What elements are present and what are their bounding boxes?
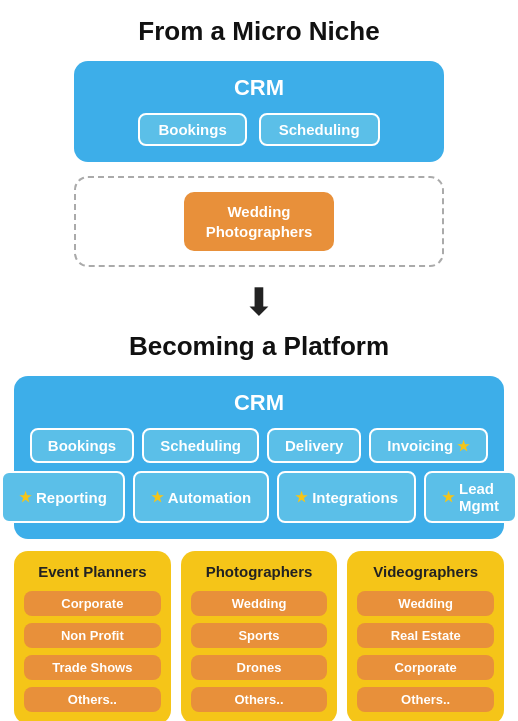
top-pills-row: Bookings Scheduling <box>138 113 379 146</box>
pill-reporting: ★ Reporting <box>1 471 125 523</box>
pill-bookings-top: Bookings <box>138 113 246 146</box>
event-tradeshows: Trade Shows <box>24 655 161 680</box>
reporting-star: ★ <box>19 489 32 505</box>
photo-sports: Sports <box>191 623 328 648</box>
video-realestate: Real Estate <box>357 623 494 648</box>
pill-scheduling-bottom: Scheduling <box>142 428 259 463</box>
pill-invoicing: Invoicing ★ <box>369 428 488 463</box>
event-nonprofit: Non Profit <box>24 623 161 648</box>
pill-bookings-bottom: Bookings <box>30 428 134 463</box>
niches-row: Event Planners Corporate Non Profit Trad… <box>14 551 504 721</box>
bottom-pills-grid: Bookings Scheduling Delivery Invoicing ★… <box>32 428 486 523</box>
pill-delivery: Delivery <box>267 428 361 463</box>
photographers-title: Photographers <box>206 563 313 580</box>
photo-drones: Drones <box>191 655 328 680</box>
video-wedding: Wedding <box>357 591 494 616</box>
event-others: Others.. <box>24 687 161 712</box>
top-title: From a Micro Niche <box>138 16 379 47</box>
arrow-down-icon: ⬇ <box>243 283 275 321</box>
pill-scheduling-top: Scheduling <box>259 113 380 146</box>
top-crm-label: CRM <box>234 75 284 101</box>
pill-leadmgmt: ★ Lead Mgmt <box>424 471 517 523</box>
photo-others: Others.. <box>191 687 328 712</box>
leadmgmt-star: ★ <box>442 489 455 505</box>
bottom-title: Becoming a Platform <box>129 331 389 362</box>
videographers-title: Videographers <box>373 563 478 580</box>
integrations-star: ★ <box>295 489 308 505</box>
niche-card-event-planners: Event Planners Corporate Non Profit Trad… <box>14 551 171 721</box>
wedding-photographers-pill: WeddingPhotographers <box>184 192 335 251</box>
pill-automation: ★ Automation <box>133 471 269 523</box>
pill-integrations: ★ Integrations <box>277 471 416 523</box>
event-corporate: Corporate <box>24 591 161 616</box>
video-others: Others.. <box>357 687 494 712</box>
bottom-row1: Bookings Scheduling Delivery Invoicing ★ <box>32 428 486 463</box>
niche-card-videographers: Videographers Wedding Real Estate Corpor… <box>347 551 504 721</box>
automation-star: ★ <box>151 489 164 505</box>
niche-dashed-box: WeddingPhotographers <box>74 176 444 267</box>
photo-wedding: Wedding <box>191 591 328 616</box>
niche-card-photographers: Photographers Wedding Sports Drones Othe… <box>181 551 338 721</box>
bottom-crm-label: CRM <box>234 390 284 416</box>
bottom-crm-box: CRM Bookings Scheduling Delivery Invoici… <box>14 376 504 539</box>
event-planners-title: Event Planners <box>38 563 146 580</box>
bottom-row2: ★ Reporting ★ Automation ★ Integrations … <box>32 471 486 523</box>
top-crm-box: CRM Bookings Scheduling <box>74 61 444 162</box>
invoicing-star: ★ <box>457 438 470 454</box>
video-corporate: Corporate <box>357 655 494 680</box>
